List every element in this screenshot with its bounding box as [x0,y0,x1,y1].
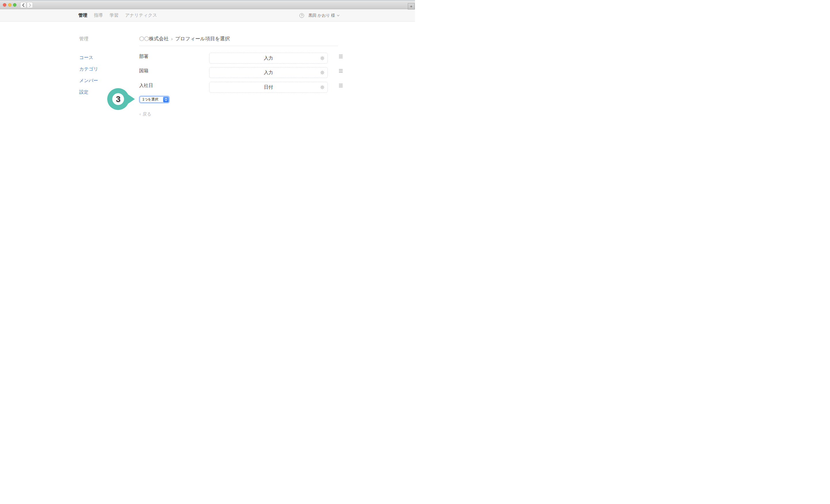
breadcrumb: 〇〇株式会社›プロフィール項目を選択 [139,35,230,42]
field-type-box[interactable]: 入力 [209,67,328,78]
field-type-value: 入力 [210,53,327,63]
new-tab-button[interactable]: + [408,3,415,9]
sidebar-item-members[interactable]: メンバー [79,77,98,84]
tab-gakushu[interactable]: 学習 [109,12,119,19]
back-link-label: 戻る [143,111,151,116]
help-icon[interactable]: ? [299,13,304,18]
page-content: 管理 コース カテゴリ メンバー 設定 〇〇株式会社›プロフィール項目を選択 部… [0,22,415,252]
drag-handle-icon[interactable] [339,55,343,59]
sidebar-item-settings[interactable]: 設定 [79,89,89,95]
sidebar-item-courses[interactable]: コース [79,55,93,61]
select-stepper-icon [163,97,168,102]
app-header: 管理 指導 学習 アナリティクス ? 黒田 かおり 様 [0,9,415,22]
minimize-window-button[interactable] [8,3,11,7]
browser-back-button[interactable] [20,2,26,8]
user-name-label: 黒田 かおり 様 [308,13,335,18]
zoom-window-button[interactable] [13,3,17,7]
tab-analytics[interactable]: アナリティクス [125,12,157,19]
sidebar-item-categories[interactable]: カテゴリ [79,66,98,72]
chevron-left-icon: ‹ [139,112,141,116]
tab-shido[interactable]: 指導 [94,12,103,19]
chevron-right-icon [29,3,31,7]
profile-field-row: 部署 入力 [139,53,343,64]
chevron-left-icon [22,3,25,7]
drag-handle-icon[interactable] [339,69,343,73]
gear-icon[interactable] [320,85,324,90]
field-type-value: 日付 [210,82,327,93]
field-label: 部署 [139,54,149,59]
back-link[interactable]: ‹戻る [139,111,151,117]
chevron-down-icon [337,15,340,16]
field-type-box[interactable]: 日付 [209,82,328,93]
breadcrumb-company[interactable]: 〇〇株式会社 [139,36,168,41]
drag-handle-icon[interactable] [339,84,343,88]
app-window: + 管理 指導 学習 アナリティクス ? 黒田 かおり 様 管理 コース カテゴ… [0,0,415,252]
header-right-group: ? 黒田 かおり 様 [299,13,340,18]
window-titlebar: + [0,0,415,9]
field-type-value: 入力 [210,67,327,78]
add-field-select[interactable]: 1つを選択 [140,97,169,103]
profile-field-row: 国籍 入力 [139,67,343,78]
profile-field-row: 入社日 日付 [139,82,343,93]
breadcrumb-divider [139,46,338,46]
breadcrumb-separator: › [168,36,175,41]
tab-kanri[interactable]: 管理 [78,12,87,19]
sidebar-title: 管理 [79,36,89,42]
step-number: 3 [107,88,129,110]
browser-forward-button[interactable] [27,2,33,8]
user-menu[interactable]: 黒田 かおり 様 [308,13,340,18]
gear-icon[interactable] [320,71,324,75]
select-value: 1つを選択 [140,97,163,102]
teardrop-pointer-icon [107,88,135,110]
page-title: プロフィール項目を選択 [175,36,230,41]
close-window-button[interactable] [3,3,6,7]
field-type-box[interactable]: 入力 [209,53,328,64]
field-label: 国籍 [139,68,149,74]
field-label: 入社日 [139,83,153,89]
step-annotation-badge: 3 [107,88,135,110]
gear-icon[interactable] [320,56,324,61]
